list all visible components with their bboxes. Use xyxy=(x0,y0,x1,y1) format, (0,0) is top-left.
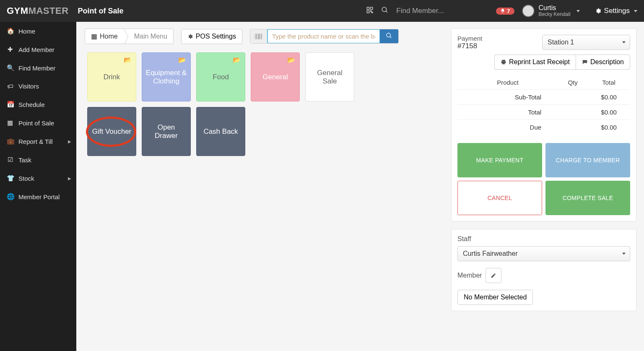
reprint-receipt-button[interactable]: Reprint Last Receipt xyxy=(494,55,576,70)
description-button[interactable]: Description xyxy=(576,55,630,70)
tile-label: Open Drawer xyxy=(145,123,187,140)
search-icon xyxy=(386,32,392,39)
notification-badge[interactable]: 7 xyxy=(496,8,514,15)
tile-equipment-clothing[interactable]: 📂 Equipment & Clothing xyxy=(142,52,191,101)
no-member-button[interactable]: No Member Selected xyxy=(457,290,533,305)
tile-food[interactable]: 📂 Food xyxy=(196,52,245,101)
staff-value: Curtis Fairweather xyxy=(463,250,518,257)
product-search-group xyxy=(250,29,399,44)
page-title: Point of Sale xyxy=(78,7,124,16)
svg-rect-8 xyxy=(258,34,260,39)
breadcrumb-label: Main Menu xyxy=(130,33,167,40)
logo-bold: GYM xyxy=(7,5,29,16)
topbar: GYMMASTER Point of Sale 7 Curtis Becky K… xyxy=(0,0,644,22)
row-due-value: $0.00 xyxy=(587,120,630,135)
col-qty: Qty xyxy=(558,75,587,90)
calendar-icon: 📅 xyxy=(7,101,13,108)
user-menu[interactable]: Curtis Becky Kendall xyxy=(522,4,580,18)
grid-icon: ▦ xyxy=(7,119,13,127)
folder-icon: 📂 xyxy=(233,56,241,64)
user-sub: Becky Kendall xyxy=(539,12,571,18)
sidebar-item-task[interactable]: ☑Task xyxy=(0,151,76,169)
sidebar-item-label: Add Member xyxy=(18,46,55,53)
tile-gift-voucher[interactable]: Gift Voucher xyxy=(87,107,136,156)
print-icon xyxy=(501,59,506,65)
user-name: Curtis xyxy=(539,4,571,12)
reprint-label: Reprint Last Receipt xyxy=(509,58,570,66)
breadcrumb-main-menu[interactable]: Main Menu xyxy=(124,29,173,44)
chevron-down-icon xyxy=(576,10,580,12)
logo[interactable]: GYMMASTER xyxy=(7,5,69,16)
order-table: Product Qty Total Sub-Total$0.00 Total$0… xyxy=(457,75,630,135)
settings-link[interactable]: Settings xyxy=(595,7,637,15)
tile-label: Food xyxy=(213,73,229,81)
logo-light: MASTER xyxy=(29,5,69,16)
grid-icon: ▦ xyxy=(91,32,97,40)
tile-drink[interactable]: 📂 Drink xyxy=(87,52,136,101)
product-search-input[interactable] xyxy=(267,29,380,44)
pos-settings-button[interactable]: POS Settings xyxy=(181,29,242,44)
staff-label: Staff xyxy=(457,235,630,243)
folder-icon: 📂 xyxy=(287,56,295,64)
make-payment-button[interactable]: MAKE PAYMENT xyxy=(457,143,542,177)
sidebar-item-add-member[interactable]: ✚Add Member xyxy=(0,40,76,59)
svg-point-11 xyxy=(387,33,390,37)
tile-cash-back[interactable]: Cash Back xyxy=(196,107,245,156)
tile-label: General xyxy=(262,73,288,81)
tags-icon: 🏷 xyxy=(7,83,13,90)
svg-rect-2 xyxy=(367,11,369,13)
home-icon: 🏠 xyxy=(7,27,13,35)
svg-rect-6 xyxy=(256,34,257,39)
sidebar-item-schedule[interactable]: 📅Schedule xyxy=(0,95,76,114)
plus-icon: ✚ xyxy=(7,46,13,53)
breadcrumb: ▦ Home Main Menu xyxy=(85,29,174,44)
product-search-button[interactable] xyxy=(380,29,398,43)
tshirt-icon: 👕 xyxy=(7,174,13,182)
sidebar-item-report-till[interactable]: 💼Report & Till▶ xyxy=(0,132,76,151)
payment-id: #7158 xyxy=(457,42,482,50)
pos-settings-label: POS Settings xyxy=(196,33,236,40)
sidebar-item-home[interactable]: 🏠Home xyxy=(0,22,76,40)
row-total-label: Total xyxy=(457,105,558,120)
staff-card: Staff Curtis Fairweather Member No Membe… xyxy=(451,229,636,311)
row-subtotal-label: Sub-Total xyxy=(457,90,558,105)
tile-general-sale[interactable]: General Sale xyxy=(305,52,354,101)
main-content: ▦ Home Main Menu POS Settings xyxy=(76,22,447,351)
complete-sale-button[interactable]: COMPLETE SALE xyxy=(545,181,630,215)
sidebar-item-label: Member Portal xyxy=(18,193,60,200)
edit-member-button[interactable] xyxy=(486,268,501,283)
svg-rect-0 xyxy=(367,7,369,9)
action-buttons: MAKE PAYMENT CHARGE TO MEMBER CANCEL COM… xyxy=(457,143,630,215)
station-select[interactable]: Station 1 xyxy=(542,35,630,50)
topbar-actions: 7 Curtis Becky Kendall Settings xyxy=(366,4,637,18)
sidebar-item-point-of-sale[interactable]: ▦Point of Sale xyxy=(0,114,76,132)
breadcrumb-home[interactable]: ▦ Home xyxy=(85,29,124,44)
sidebar-item-label: Home xyxy=(18,28,35,35)
payment-card: Payment #7158 Station 1 Reprint Last Rec… xyxy=(451,29,636,221)
search-icon[interactable] xyxy=(381,6,389,16)
station-value: Station 1 xyxy=(548,39,574,46)
cancel-button[interactable]: CANCEL xyxy=(457,181,542,215)
sidebar-item-member-portal[interactable]: 🌐Member Portal xyxy=(0,187,76,206)
staff-select[interactable]: Curtis Fairweather xyxy=(457,246,630,261)
svg-rect-10 xyxy=(261,34,262,39)
avatar xyxy=(522,5,535,17)
sidebar-item-find-member[interactable]: 🔍Find Member xyxy=(0,59,76,77)
sidebar-item-stock[interactable]: 👕Stock▶ xyxy=(0,169,76,187)
row-due-label: Due xyxy=(457,120,558,135)
charge-to-member-button[interactable]: CHARGE TO MEMBER xyxy=(545,143,630,177)
check-icon: ☑ xyxy=(7,156,13,164)
sidebar-item-visitors[interactable]: 🏷Visitors xyxy=(0,77,76,95)
svg-rect-13 xyxy=(502,60,505,62)
right-panel: Payment #7158 Station 1 Reprint Last Rec… xyxy=(447,22,644,351)
payment-label: Payment xyxy=(457,35,482,42)
tile-open-drawer[interactable]: Open Drawer xyxy=(142,107,191,156)
find-member-input[interactable] xyxy=(396,7,488,15)
qr-icon[interactable] xyxy=(366,6,374,16)
folder-icon: 📂 xyxy=(124,56,132,64)
tile-general[interactable]: 📂 General xyxy=(251,52,300,101)
tile-label: Equipment & Clothing xyxy=(145,69,187,86)
tile-label: General Sale xyxy=(309,69,351,86)
tile-label: Cash Back xyxy=(203,127,238,136)
pencil-icon xyxy=(491,273,496,278)
